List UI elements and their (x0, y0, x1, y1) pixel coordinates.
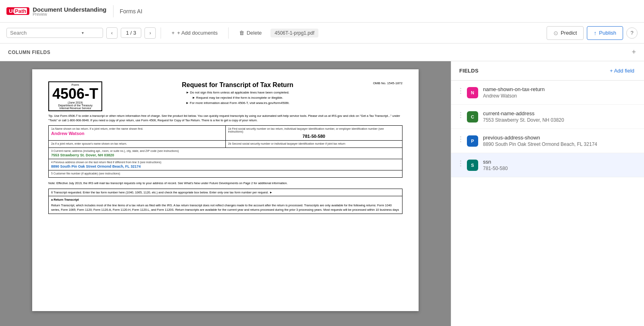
search-dropdown-icon[interactable]: ▾ (82, 31, 84, 35)
field-item-address[interactable]: C current-name-address 7553 Strawberry S… (451, 105, 644, 129)
field-row-2: 2a If a joint return, enter spouse's nam… (48, 140, 402, 147)
field-1b-label: 1b First social security number on tax r… (228, 127, 400, 133)
field-4-label: 4 Previous address shown on the last ret… (51, 161, 400, 164)
main-content: Form 4506-T (June 2019) Department of th… (0, 61, 644, 326)
drag-handle-ssn[interactable] (459, 159, 462, 168)
section-label: Forms AI (120, 8, 142, 15)
form-instructions: ► Do not sign this form unless all appli… (109, 90, 367, 106)
app-header: Ui Path Document Understanding Preview F… (0, 0, 644, 23)
drag-dot (460, 117, 461, 118)
field-2b: 2b Second social security number or indi… (226, 141, 402, 147)
logo-path-text: Path (14, 8, 27, 14)
field-badge-prev-address: P (467, 135, 478, 147)
page-indicator: 1 / 3 (121, 28, 141, 38)
field-info-address: current-name-address 7553 Strawberry St.… (483, 110, 636, 123)
next-page-button[interactable]: › (144, 27, 156, 39)
publish-button[interactable]: ↑ Publish (587, 26, 623, 40)
field-ssn-label: ssn (483, 159, 636, 165)
publish-icon: ↑ (594, 30, 597, 36)
field-prev-address-value: 8890 South Pin Oak Street Ormond Beach, … (483, 141, 636, 147)
field-6a-wrapper: a Return Transcript Return Transcript, w… (48, 196, 402, 214)
predict-icon: ⊙ (553, 30, 558, 36)
field-1b-value: 781-50-580 (228, 134, 400, 139)
filename-tag: 4506T-1-prpg1.pdf (270, 29, 318, 37)
field-1a-value: Andrew Watson (51, 131, 223, 136)
drag-dot (460, 112, 461, 113)
publish-label: Publish (599, 30, 616, 36)
search-container[interactable]: ▾ (6, 28, 103, 38)
field-6a-text: Return Transcript, which includes most o… (51, 203, 400, 212)
field-item-ssn[interactable]: S ssn 781-50-580 (451, 153, 644, 177)
field-2b-label: 2b Second social security number or indi… (228, 142, 400, 145)
form-agency1: Department of the Treasury (52, 104, 98, 107)
right-panel: FIELDS + Add field N name-shown-on-tax-r… (451, 61, 644, 326)
field-badge-ssn: S (467, 160, 478, 171)
field-6-section: 6 Transcript requested. Enter the tax fo… (48, 189, 402, 196)
field-address-label: current-name-address (483, 110, 636, 116)
column-fields-bar: COLUMN FIELDS + (0, 44, 644, 61)
field-2a: 2a If a joint return, enter spouse's nam… (49, 141, 226, 147)
logo-area: Ui Path Document Understanding Preview (6, 6, 107, 17)
drag-dot (460, 93, 461, 94)
separator-1 (161, 27, 161, 39)
field-item-prev-address[interactable]: P previous-address-shown 8890 South Pin … (451, 129, 644, 153)
help-icon: ? (630, 30, 633, 36)
add-field-button[interactable]: + Add field (608, 66, 636, 75)
drag-dot (460, 88, 461, 89)
field-3-value: 7553 Strawberry St. Dover, NH 03820 (51, 153, 400, 157)
predict-button[interactable]: ⊙ Predict (547, 26, 584, 40)
prev-page-button[interactable]: ‹ (106, 27, 118, 39)
drag-dot (460, 136, 461, 137)
help-button[interactable]: ? (626, 27, 638, 39)
field-badge-name: N (467, 87, 478, 98)
note-text: Note: Effective July 2019, the IRS will … (48, 181, 402, 185)
delete-button[interactable]: 🗑 Delete (233, 27, 268, 38)
panel-header: FIELDS + Add field (451, 61, 644, 81)
form-title-area: Request for Transcript of Tax Return ► D… (109, 81, 367, 106)
document-page: Form 4506-T (June 2019) Department of th… (32, 69, 419, 311)
predict-label: Predict (561, 30, 577, 36)
field-name-value: Andrew Watson (483, 93, 636, 99)
logo-box: Ui Path (6, 7, 29, 15)
column-fields-add-button[interactable]: + (632, 48, 636, 56)
separator-2 (228, 27, 229, 39)
field-info-name: name-shown-on-tax-return Andrew Watson (483, 86, 636, 99)
field-row-1: 1a Name shown on tax return. If a joint … (48, 125, 402, 140)
panel-title: FIELDS (459, 68, 479, 74)
form-number-box: Form 4506-T (June 2019) Department of th… (48, 81, 102, 111)
product-name-area: Document Understanding Preview (33, 6, 106, 17)
form-omb: OMB No. 1545-1872 (373, 81, 402, 85)
logo-ui-text: Ui (9, 8, 14, 14)
add-field-label: + Add field (610, 68, 634, 74)
field-4-wrapper: 4 Previous address shown on the last ret… (48, 159, 402, 170)
add-docs-label: + Add documents (177, 30, 218, 36)
delete-icon: 🗑 (239, 30, 244, 36)
field-badge-address: C (467, 111, 478, 123)
drag-dot (460, 165, 461, 166)
field-item-name[interactable]: N name-shown-on-tax-return Andrew Watson (451, 81, 644, 105)
add-documents-button[interactable]: + + Add documents (166, 27, 223, 38)
drag-handle-name[interactable] (459, 86, 462, 96)
form-title: Request for Transcript of Tax Return (109, 81, 367, 89)
toolbar: ▾ ‹ 1 / 3 › + + Add documents 🗑 Delete 4… (0, 23, 644, 44)
inst3: ► For more information about Form 4506-T… (109, 101, 367, 106)
field-ssn-value: 781-50-580 (483, 166, 636, 171)
product-name: Document Understanding (33, 6, 106, 13)
drag-handle-address[interactable] (459, 110, 462, 120)
field-1a: 1a Name shown on tax return. If a joint … (49, 126, 226, 140)
drag-dot (460, 90, 461, 91)
inst2: ► Request may be rejected if the form is… (109, 96, 367, 101)
field-5-wrapper: 5 Customer file number (if applicable) (… (48, 170, 402, 178)
field-6-label: 6 Transcript requested. Enter the tax fo… (51, 191, 400, 194)
field-5-label: 5 Customer file number (if applicable) (… (51, 172, 400, 175)
drag-dot (460, 163, 461, 164)
field-prev-address-label: previous-address-shown (483, 135, 636, 141)
header-divider (113, 5, 114, 17)
field-3-label: 3 Current name, address (including apt.,… (51, 150, 400, 152)
field-info-prev-address: previous-address-shown 8890 South Pin Oa… (483, 135, 636, 147)
search-input[interactable] (10, 30, 78, 36)
drag-dot (460, 141, 461, 142)
drag-handle-prev-address[interactable] (459, 135, 462, 144)
delete-label: Delete (247, 30, 262, 36)
field-3-wrapper: 3 Current name, address (including apt.,… (48, 147, 402, 159)
